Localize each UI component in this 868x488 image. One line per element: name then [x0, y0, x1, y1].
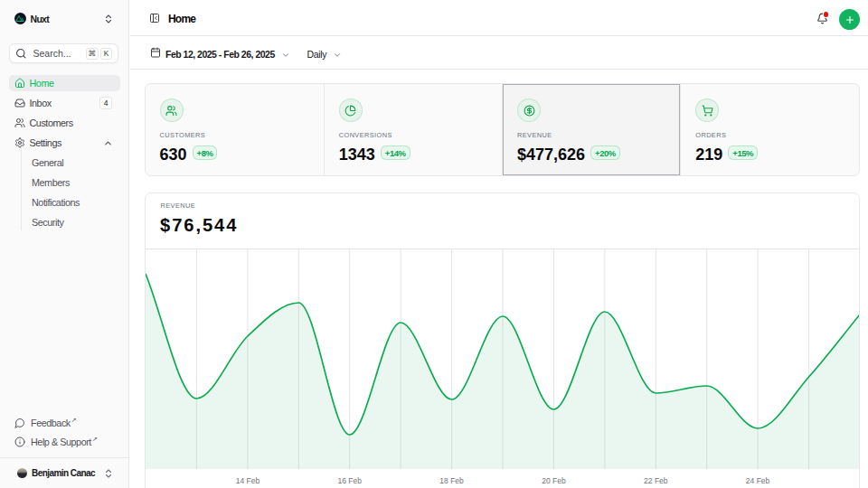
svg-text:18 Feb: 18 Feb [439, 476, 464, 485]
svg-text:16 Feb: 16 Feb [337, 476, 362, 485]
svg-text:24 Feb: 24 Feb [745, 476, 769, 485]
svg-text:20 Feb: 20 Feb [542, 476, 566, 485]
svg-text:14 Feb: 14 Feb [235, 476, 259, 485]
svg-text:22 Feb: 22 Feb [644, 476, 668, 485]
